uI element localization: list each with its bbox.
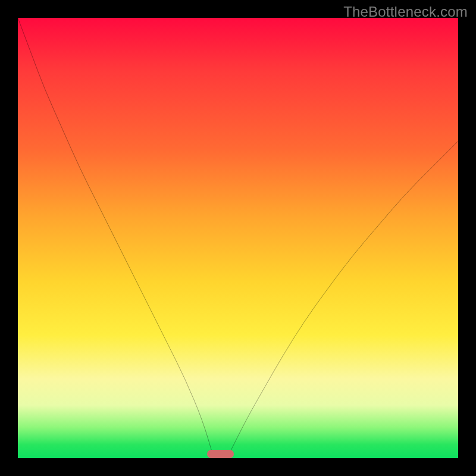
- curve-layer: [18, 18, 458, 458]
- chart-frame: TheBottleneck.com: [0, 0, 476, 476]
- left-branch-curve: [18, 18, 214, 458]
- watermark-text: TheBottleneck.com: [343, 4, 468, 20]
- right-branch-curve: [227, 141, 459, 458]
- bottleneck-marker: [207, 450, 233, 458]
- plot-area: [18, 18, 458, 458]
